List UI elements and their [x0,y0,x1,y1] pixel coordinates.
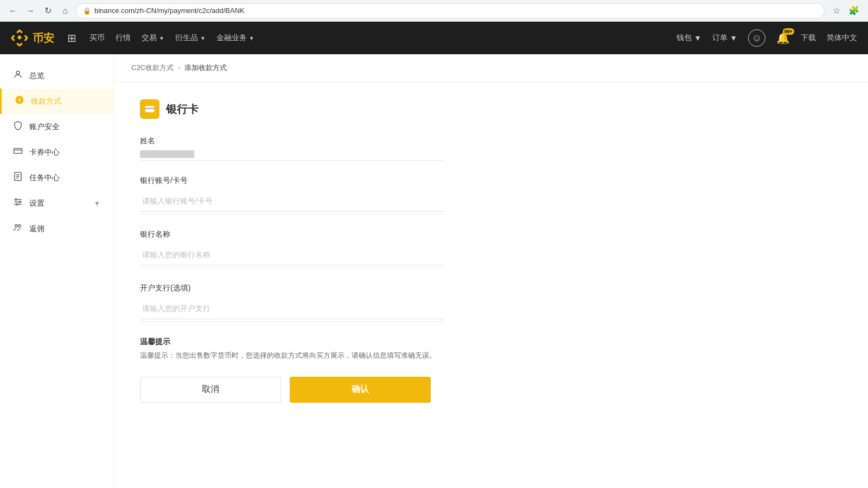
svg-text:$: $ [18,97,21,103]
sidebar-item-label: 任务中心 [29,173,60,183]
sidebar-item-security[interactable]: 账户安全 [0,114,113,140]
nav-market[interactable]: 行情 [116,33,131,43]
svg-marker-5 [17,35,22,40]
url-text: binance.com/zh-CN/my/payment/c2c/add/BAN… [94,7,245,15]
account-input[interactable] [140,190,444,212]
notification-button[interactable]: 🔔 99+ [776,31,790,45]
sidebar-item-settings[interactable]: 设置 ▼ [0,191,113,216]
address-bar[interactable]: 🔒 binance.com/zh-CN/my/payment/c2c/add/B… [76,3,825,18]
breadcrumb: C2C收款方式 › 添加收款方式 [114,54,868,82]
field-divider [140,160,444,161]
branch-input[interactable] [140,297,444,319]
sidebar-item-label: 卡券中心 [29,148,60,157]
notification-badge: 99+ [783,28,794,35]
nav-orders[interactable]: 订单 ▼ [712,33,737,43]
field-divider [140,321,444,322]
logo[interactable]: 币安 [11,29,54,47]
forward-button[interactable]: → [24,4,37,17]
sidebar-item-label: 账户安全 [29,122,60,132]
chevron-icon: ▼ [249,35,254,41]
warning-section: 温馨提示 温馨提示：当您出售数字货币时，您选择的收款方式将向买方展示，请确认信息… [140,337,842,362]
breadcrumb-current: 添加收款方式 [184,63,227,73]
sidebar-item-voucher[interactable]: 卡券中心 [0,140,113,165]
overview-icon [13,69,23,82]
form-actions: 取消 确认 [140,377,842,403]
task-icon [13,172,23,184]
svg-marker-2 [11,35,15,41]
home-button[interactable]: ⌂ [59,4,72,17]
bank-card-icon [140,99,159,119]
field-divider [140,268,444,268]
bookmark-button[interactable]: ☆ [829,3,844,18]
svg-marker-0 [16,29,23,34]
sidebar: 总览 $ 收款方式 账户安全 卡券中心 [0,54,114,488]
grid-icon[interactable]: ⊞ [67,31,76,45]
name-label: 姓名 [140,136,842,146]
warning-title: 温馨提示 [140,337,842,347]
account-label: 银行账号/卡号 [140,176,842,186]
avatar[interactable]: ☺ [748,29,765,47]
svg-rect-9 [14,149,22,154]
form-group-account: 银行账号/卡号 [140,176,842,214]
nav-trade[interactable]: 交易 ▼ [142,33,164,43]
app: 币安 ⊞ 买币 行情 交易 ▼ 衍生品 ▼ 金融业务 ▼ 钱包 ▼ 订单 ▼ ☺… [0,22,868,488]
name-prefilled-value [140,150,194,158]
back-button[interactable]: ← [7,4,20,17]
breadcrumb-separator: › [178,64,180,72]
form-group-branch: 开户支行(选填) [140,283,842,322]
svg-point-22 [18,225,21,227]
svg-marker-3 [24,35,29,41]
browser-actions: ☆ 🧩 [829,3,861,18]
sidebar-item-label: 收款方式 [31,97,61,106]
sidebar-item-overview[interactable]: 总览 [0,63,113,88]
settings-icon [13,197,23,210]
nav-right: 钱包 ▼ 订单 ▼ ☺ 🔔 99+ 下载 简体中文 [676,29,857,47]
refresh-button[interactable]: ↻ [41,4,54,17]
nav-language[interactable]: 简体中文 [827,33,857,43]
sidebar-item-task[interactable]: 任务中心 [0,165,113,191]
nav-download[interactable]: 下载 [801,33,816,43]
svg-marker-1 [16,43,23,47]
field-divider [140,214,444,214]
chevron-icon: ▼ [730,34,737,42]
confirm-button[interactable]: 确认 [290,377,431,403]
sidebar-item-label: 设置 [29,199,44,208]
chevron-icon: ▼ [200,35,206,41]
page-title: 银行卡 [166,102,199,117]
chevron-icon: ▼ [159,35,164,41]
svg-point-19 [19,201,21,203]
top-nav: 币安 ⊞ 买币 行情 交易 ▼ 衍生品 ▼ 金融业务 ▼ 钱包 ▼ 订单 ▼ ☺… [0,22,868,54]
nav-finance[interactable]: 金融业务 ▼ [216,33,254,43]
svg-point-21 [15,225,18,227]
chevron-icon: ▼ [694,34,701,42]
nav-derivatives[interactable]: 衍生品 ▼ [175,33,206,43]
form-group-bank-name: 银行名称 [140,230,842,268]
payment-icon: $ [15,95,24,107]
form-group-name: 姓名 [140,136,842,161]
sidebar-item-payment[interactable]: $ 收款方式 [0,88,113,114]
form-card: 银行卡 姓名 银行账号/卡号 银行名称 [114,82,868,488]
nav-wallet[interactable]: 钱包 ▼ [676,33,701,43]
bank-name-label: 银行名称 [140,230,842,239]
cancel-button[interactable]: 取消 [140,377,281,403]
extensions-button[interactable]: 🧩 [846,3,861,18]
svg-point-18 [15,199,17,200]
bank-name-input[interactable] [140,244,444,265]
branch-label: 开户支行(选填) [140,283,842,293]
sidebar-item-label: 总览 [29,71,44,81]
sidebar-item-label: 返佣 [29,224,44,234]
lock-icon: 🔒 [83,7,91,15]
sidebar-item-referral[interactable]: 返佣 [0,216,113,242]
content-area: C2C收款方式 › 添加收款方式 银行卡 姓名 [114,54,868,488]
nav-links: 买币 行情 交易 ▼ 衍生品 ▼ 金融业务 ▼ [90,33,254,43]
svg-point-20 [16,204,18,205]
svg-point-6 [16,71,20,74]
referral-icon [13,223,23,235]
nav-buy[interactable]: 买币 [90,33,105,43]
security-icon [13,121,23,133]
logo-text: 币安 [33,31,54,46]
browser-bar: ← → ↻ ⌂ 🔒 binance.com/zh-CN/my/payment/c… [0,0,868,22]
breadcrumb-parent[interactable]: C2C收款方式 [131,63,174,73]
settings-chevron-icon: ▼ [94,200,100,207]
svg-rect-25 [146,111,148,112]
